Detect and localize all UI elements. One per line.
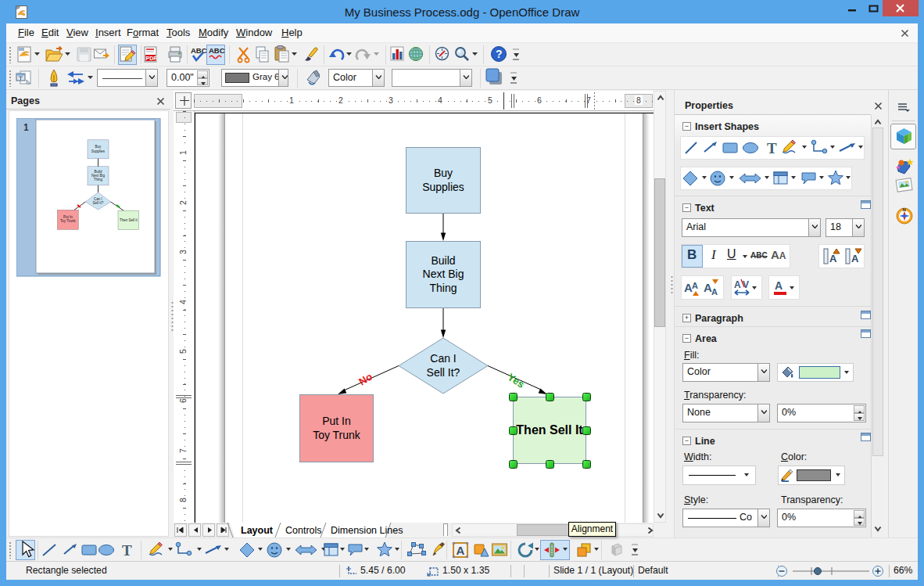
svg-text:Buy: Buy: [95, 145, 102, 149]
svg-text:T: T: [122, 542, 132, 559]
svg-text:A: A: [734, 279, 741, 290]
svg-text:A: A: [711, 287, 718, 297]
svg-text:Supplies: Supplies: [91, 149, 106, 153]
svg-text:Then Sell It: Then Sell It: [120, 218, 138, 222]
svg-text:A: A: [457, 544, 465, 557]
svg-text:Toy Trunk: Toy Trunk: [60, 219, 76, 223]
svg-text:?: ?: [496, 48, 503, 60]
svg-text:PDF: PDF: [146, 56, 158, 61]
svg-text:Sell It?: Sell It?: [93, 201, 104, 205]
svg-text:N: N: [903, 207, 906, 212]
svg-text:A: A: [692, 281, 698, 290]
svg-text:A: A: [829, 253, 837, 264]
svg-text:T: T: [767, 140, 777, 156]
svg-text:A: A: [775, 279, 783, 292]
svg-text:Thing: Thing: [94, 178, 103, 182]
svg-text:1: 1: [23, 122, 29, 133]
svg-text:A: A: [851, 253, 859, 264]
svg-text:ABC: ABC: [209, 46, 225, 55]
svg-text:ABC: ABC: [191, 46, 207, 55]
